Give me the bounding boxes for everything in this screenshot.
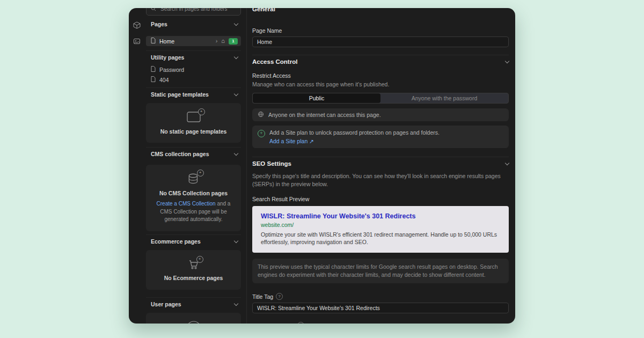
page-icon: [151, 38, 156, 45]
ecommerce-pages-header[interactable]: Ecommerce pages: [146, 234, 241, 248]
create-cms-collection-link[interactable]: Create a CMS Collection: [157, 201, 216, 207]
chevron-down-icon: [234, 239, 238, 243]
plus-icon: +: [197, 170, 204, 177]
static-templates-empty-card: + No static page templates: [146, 103, 241, 143]
user-pages-label: User pages: [151, 301, 181, 307]
public-access-banner: Anyone on the internet can access this p…: [252, 108, 509, 121]
page-item-password[interactable]: Password: [146, 65, 241, 74]
page-icon: [151, 66, 156, 73]
plus-icon: +: [196, 256, 203, 263]
empty-state-label: No CMS Collection pages: [159, 190, 228, 196]
serp-title: WISLR: Streamline Your Website's 301 Red…: [261, 212, 500, 220]
seo-settings-label: SEO Settings: [252, 160, 291, 167]
add-site-plan-label: Add a Site plan: [269, 138, 308, 144]
external-link-icon: ↗: [309, 138, 314, 144]
page-item-label: Password: [159, 67, 184, 73]
page-item-label: 404: [159, 77, 169, 83]
cms-pages-label: CMS collection pages: [151, 151, 209, 157]
segment-anyone-with-password[interactable]: Anyone with the password: [380, 93, 508, 103]
chevron-right-icon[interactable]: ›: [216, 38, 218, 44]
static-templates-label: Static page templates: [151, 91, 209, 98]
utility-pages-label: Utility pages: [151, 54, 184, 61]
add-site-plan-link[interactable]: Add a Site plan↗: [269, 138, 440, 144]
seo-settings-header[interactable]: SEO Settings: [252, 160, 509, 167]
user-pages-card: [146, 313, 241, 324]
meta-description-label: Meta Description ?: [252, 322, 509, 324]
chevron-down-icon: [234, 55, 238, 59]
restrict-access-segmented-control: Public Anyone with the password: [252, 93, 509, 104]
empty-state-label: No Ecommerce pages: [164, 275, 223, 281]
assets-image-icon[interactable]: [133, 37, 141, 46]
page-name-label: Page Name: [252, 27, 509, 34]
search-input[interactable]: [159, 8, 236, 12]
help-icon[interactable]: ?: [297, 322, 304, 324]
general-section-header: General: [252, 8, 509, 12]
template-icon: +: [186, 111, 202, 123]
meta-description-text: Meta Description: [252, 322, 295, 324]
title-tag-input[interactable]: [252, 303, 509, 313]
cms-pages-header[interactable]: CMS collection pages: [146, 147, 241, 160]
segment-public[interactable]: Public: [253, 93, 380, 103]
serp-description: Optimize your site with WISLR's efficien…: [261, 231, 500, 246]
home-count-badge: 1: [229, 38, 238, 45]
cart-icon: +: [187, 259, 200, 270]
static-templates-header[interactable]: Static page templates: [146, 87, 241, 101]
components-cube-icon[interactable]: [133, 21, 141, 30]
chevron-down-icon: [234, 302, 238, 306]
page-name-input[interactable]: [252, 36, 509, 47]
page-item-home[interactable]: Home › ⌂ 1: [146, 36, 241, 46]
user-avatar-icon: [186, 320, 202, 324]
page-icon: [151, 76, 156, 83]
home-icon: ⌂: [221, 38, 225, 44]
search-result-preview-card: WISLR: Streamline Your Website's 301 Red…: [252, 206, 509, 253]
search-result-preview-label: Search Result Preview: [252, 196, 509, 202]
chevron-down-icon: [234, 151, 238, 156]
pages-search[interactable]: [146, 8, 241, 16]
chevron-down-icon: [234, 21, 238, 26]
plus-icon: +: [198, 108, 205, 115]
access-control-header[interactable]: Access Control: [252, 58, 509, 65]
globe-icon: [258, 111, 264, 119]
title-tag-text: Title Tag: [252, 293, 273, 300]
title-tag-label: Title Tag ?: [252, 293, 509, 300]
user-pages-header[interactable]: User pages: [146, 297, 241, 311]
ecommerce-empty-card: + No Ecommerce pages: [146, 250, 241, 290]
database-icon: +: [187, 172, 201, 186]
chevron-down-icon: [505, 59, 509, 63]
search-icon: [151, 8, 156, 13]
pages-section-header[interactable]: Pages: [146, 18, 241, 31]
page-item-404[interactable]: 404: [146, 75, 241, 84]
serp-url: website.com/: [261, 222, 500, 228]
site-plan-banner: + Add a Site plan to unlock password pro…: [252, 126, 509, 148]
restrict-access-description: Manage who can access this page when it'…: [252, 80, 509, 89]
public-access-note: Anyone on the internet can access this p…: [268, 112, 381, 118]
help-icon[interactable]: ?: [276, 293, 283, 300]
cms-empty-card: + No CMS Collection pages Create a CMS C…: [146, 165, 241, 231]
plus-circle-icon: +: [258, 130, 265, 137]
restrict-access-label: Restrict Access: [252, 72, 509, 79]
app-window: Pages Home › ⌂ 1 Utility pages: [129, 8, 515, 324]
seo-description: Specify this page's title and descriptio…: [252, 172, 509, 188]
site-plan-note: Add a Site plan to unlock password prote…: [269, 129, 440, 136]
cms-empty-description: Create a CMS Collection and a CMS Collec…: [151, 200, 237, 224]
preview-character-limit-note: This preview uses the typical character …: [252, 259, 509, 283]
utility-pages-header[interactable]: Utility pages: [146, 50, 241, 64]
chevron-down-icon: [505, 161, 509, 165]
ecommerce-pages-label: Ecommerce pages: [151, 238, 201, 245]
empty-state-label: No static page templates: [160, 128, 227, 135]
page-item-label: Home: [159, 38, 174, 45]
pages-sidebar: Pages Home › ⌂ 1 Utility pages: [145, 8, 247, 324]
chevron-down-icon: [234, 92, 238, 96]
pages-section-label: Pages: [151, 21, 167, 27]
section-divider: [252, 55, 509, 55]
page-settings-panel: General Page Name Access Control Restric…: [247, 8, 515, 324]
left-icon-rail: [129, 8, 145, 324]
section-divider: [252, 157, 509, 157]
access-control-label: Access Control: [252, 58, 297, 65]
